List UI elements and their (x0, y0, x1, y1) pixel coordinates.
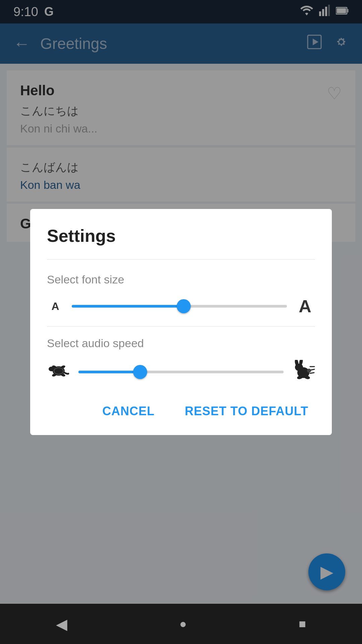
svg-line-25 (310, 373, 314, 373)
bottom-nav: ◀ ● ■ (0, 604, 362, 644)
audio-speed-slider[interactable] (78, 367, 284, 377)
settings-dialog: Settings Select font size A A Select aud… (30, 209, 332, 435)
cancel-button[interactable]: CANCEL (96, 401, 161, 422)
audio-speed-slider-row (47, 360, 315, 384)
nav-recent-button[interactable]: ■ (299, 617, 306, 631)
font-size-large-icon: A (295, 296, 315, 316)
font-size-slider[interactable] (72, 301, 287, 311)
svg-point-20 (307, 369, 311, 373)
dialog-title: Settings (47, 226, 315, 246)
svg-line-24 (311, 369, 314, 370)
rabbit-icon (292, 360, 315, 384)
font-size-label: Select font size (47, 273, 315, 286)
turtle-icon (47, 361, 70, 383)
font-size-slider-row: A A (47, 296, 315, 316)
font-size-small-icon: A (47, 300, 64, 313)
nav-back-button[interactable]: ◀ (56, 615, 67, 633)
audio-speed-label: Select audio speed (47, 337, 315, 350)
reset-to-default-button[interactable]: RESET TO DEFAULT (178, 401, 315, 422)
dialog-divider-top (47, 259, 315, 260)
section-divider (47, 326, 315, 327)
dialog-buttons: CANCEL RESET TO DEFAULT (47, 401, 315, 422)
nav-home-button[interactable]: ● (179, 617, 187, 631)
